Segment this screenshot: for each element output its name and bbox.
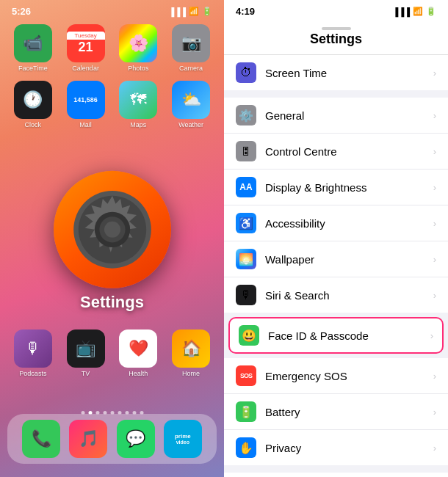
group-store: 🅰 iTunes & App Store › 💳 Wallet & Apple …	[224, 473, 448, 477]
right-battery-icon: 🔋	[426, 7, 436, 16]
accessibility-icon: ♿	[236, 213, 256, 233]
app-health[interactable]: ❤️ Health	[116, 329, 162, 377]
screen-time-chevron: ›	[433, 68, 436, 79]
accessibility-chevron: ›	[433, 218, 436, 229]
face-id-label: Face ID & Passcode	[268, 329, 426, 342]
face-id-wrapper: 😃 Face ID & Passcode ›	[224, 313, 448, 358]
siri-search-chevron: ›	[433, 290, 436, 301]
dock-prime[interactable]: prime video	[164, 420, 202, 458]
group-general: ⚙️ General › 🎛 Control Centre › AA Displ…	[224, 98, 448, 313]
app-grid-row2: 🕐 Clock 141,586 Mail 🗺 Maps ⛅ Weather	[0, 76, 224, 133]
settings-title: Settings	[310, 32, 362, 46]
tv-icon: 📺	[67, 329, 105, 368]
right-status-icons: ▐▐▐ 📶 🔋	[393, 7, 436, 16]
photos-icon: 🌸	[119, 24, 157, 62]
app-maps[interactable]: 🗺 Maps	[116, 81, 162, 128]
health-icon: ❤️	[119, 329, 157, 368]
privacy-chevron: ›	[433, 443, 436, 454]
app-mail[interactable]: 141,586 Mail	[63, 81, 109, 128]
accessibility-label: Accessibility	[265, 217, 429, 230]
podcasts-icon: 🎙	[14, 329, 52, 368]
row-accessibility[interactable]: ♿ Accessibility ›	[224, 205, 448, 241]
row-itunes[interactable]: 🅰 iTunes & App Store ›	[224, 473, 448, 477]
left-time: 5:26	[12, 6, 31, 17]
group-emergency: SOS Emergency SOS › 🔋 Battery › ✋ Privac…	[224, 358, 448, 465]
settings-list: ⏱ Screen Time › ⚙️ General › 🎛 Control C…	[224, 55, 448, 477]
left-status-icons: ▐▐▐ 📶 🔋	[169, 7, 212, 16]
display-brightness-chevron: ›	[433, 182, 436, 193]
home-icon: 🏠	[172, 329, 210, 368]
emergency-sos-label: Emergency SOS	[265, 370, 429, 382]
settings-overlay-label: Settings	[80, 293, 144, 312]
settings-header: Settings	[224, 20, 448, 55]
emergency-sos-chevron: ›	[433, 371, 436, 382]
music-icon: 🎵	[69, 420, 107, 458]
app-facetime[interactable]: 📹 FaceTime	[10, 24, 56, 72]
row-privacy[interactable]: ✋ Privacy ›	[224, 430, 448, 465]
app-podcasts[interactable]: 🎙 Podcasts	[10, 329, 56, 377]
general-chevron: ›	[433, 110, 436, 121]
row-emergency-sos[interactable]: SOS Emergency SOS ›	[224, 358, 448, 394]
clock-icon: 🕐	[14, 81, 52, 119]
row-wallpaper[interactable]: 🌅 Wallpaper ›	[224, 241, 448, 277]
screen-time-icon: ⏱	[236, 62, 256, 83]
gap-2	[224, 465, 448, 473]
emergency-sos-icon: SOS	[236, 365, 256, 386]
siri-search-icon: 🎙	[236, 285, 256, 305]
settings-overlay: Settings	[54, 171, 171, 312]
wallpaper-label: Wallpaper	[265, 253, 429, 266]
battery-icon-row: 🔋	[236, 401, 256, 422]
battery-icon: 🔋	[202, 7, 212, 16]
right-wifi-icon: 📶	[413, 7, 423, 16]
general-icon: ⚙️	[236, 105, 256, 125]
dock-phone[interactable]: 📞	[22, 420, 60, 458]
wifi-icon: 📶	[189, 7, 199, 16]
siri-search-label: Siri & Search	[265, 289, 429, 302]
app-camera[interactable]: 📷 Camera	[168, 24, 214, 72]
app-grid-row1: 📹 FaceTime Tuesday 21 Calendar 🌸 Photos …	[0, 20, 224, 76]
screen-time-label: Screen Time	[265, 67, 429, 79]
control-centre-icon: 🎛	[236, 141, 256, 161]
control-centre-chevron: ›	[433, 146, 436, 157]
row-screen-time[interactable]: ⏱ Screen Time ›	[224, 55, 448, 90]
display-brightness-label: Display & Brightness	[265, 181, 429, 194]
row-general[interactable]: ⚙️ General ›	[224, 98, 448, 134]
svg-point-4	[104, 222, 120, 238]
camera-icon: 📷	[172, 24, 210, 62]
home-screen: 5:26 ▐▐▐ 📶 🔋 📹 FaceTime Tuesday 21 Calen…	[0, 0, 224, 477]
settings-circle-bg	[54, 171, 171, 288]
privacy-label: Privacy	[265, 442, 429, 454]
maps-icon: 🗺	[119, 81, 157, 119]
dock-music[interactable]: 🎵	[69, 420, 107, 458]
row-control-centre[interactable]: 🎛 Control Centre ›	[224, 134, 448, 170]
battery-label: Battery	[265, 406, 429, 418]
wallpaper-icon: 🌅	[236, 249, 256, 269]
prime-icon: prime video	[164, 420, 202, 458]
left-status-bar: 5:26 ▐▐▐ 📶 🔋	[0, 0, 224, 20]
dock-whatsapp[interactable]: 💬	[117, 420, 155, 458]
signal-icon: ▐▐▐	[169, 7, 186, 16]
face-id-icon: 😃	[239, 325, 259, 346]
app-home[interactable]: 🏠 Home	[168, 329, 214, 377]
scroll-indicator	[322, 27, 351, 30]
calendar-icon: Tuesday 21	[67, 24, 105, 62]
app-calendar[interactable]: Tuesday 21 Calendar	[63, 24, 109, 72]
settings-panel: 4:19 ▐▐▐ 📶 🔋 Settings ⏱ Screen Time › ⚙️…	[224, 0, 448, 477]
row-display-brightness[interactable]: AA Display & Brightness ›	[224, 170, 448, 205]
facetime-icon: 📹	[14, 24, 52, 62]
gear-svg	[72, 189, 153, 270]
mail-icon: 141,586	[67, 81, 105, 119]
app-clock[interactable]: 🕐 Clock	[10, 81, 56, 128]
small-app-row: 🎙 Podcasts 📺 TV ❤️ Health 🏠 Home	[0, 322, 224, 382]
row-face-id[interactable]: 😃 Face ID & Passcode ›	[228, 317, 444, 354]
app-photos[interactable]: 🌸 Photos	[116, 24, 162, 72]
app-tv[interactable]: 📺 TV	[63, 329, 109, 377]
wallpaper-chevron: ›	[433, 254, 436, 265]
row-siri-search[interactable]: 🎙 Siri & Search ›	[224, 277, 448, 313]
gap-1	[224, 90, 448, 98]
right-signal-icon: ▐▐▐	[393, 7, 410, 16]
row-battery[interactable]: 🔋 Battery ›	[224, 394, 448, 430]
whatsapp-icon: 💬	[117, 420, 155, 458]
app-weather[interactable]: ⛅ Weather	[168, 81, 214, 128]
face-id-chevron: ›	[430, 330, 433, 341]
